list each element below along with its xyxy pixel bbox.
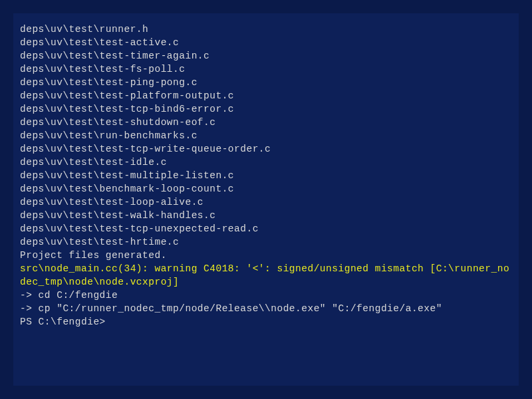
output-line: deps\uv\test\test-fs-poll.c (20, 63, 512, 76)
output-line: deps\uv\test\test-ping-pong.c (20, 76, 512, 89)
status-line: Project files generated. (20, 249, 512, 262)
output-line: deps\uv\test\test-tcp-bind6-error.c (20, 102, 512, 116)
output-line: deps\uv\test\benchmark-loop-count.c (20, 182, 512, 196)
output-line: deps\uv\test\test-shutdown-eof.c (20, 116, 512, 129)
prompt-prefix: PS C:\fengdie> (20, 317, 106, 327)
output-line: deps\uv\test\test-platform-output.c (20, 89, 512, 102)
output-line: deps\uv\test\test-timer-again.c (20, 49, 512, 63)
output-line: deps\uv\test\test-multiple-listen.c (20, 169, 512, 182)
command-echo-line: -> cp "C:/runner_nodec_tmp/node/Release\… (20, 302, 512, 315)
warning-line: src\node_main.cc(34): warning C4018: '<'… (20, 263, 509, 287)
powershell-terminal[interactable]: deps\uv\test\runner.h deps\uv\test\test-… (13, 13, 519, 386)
output-line: deps\uv\test\test-tcp-write-queue-order.… (20, 142, 512, 156)
command-echo-line: -> cd C:/fengdie (20, 289, 512, 302)
terminal-scrollback: deps\uv\test\runner.h deps\uv\test\test-… (20, 23, 512, 329)
output-line: deps\uv\test\run-benchmarks.c (20, 129, 512, 142)
output-line: deps\uv\test\test-walk-handles.c (20, 209, 512, 222)
output-line: deps\uv\test\test-hrtime.c (20, 235, 512, 249)
output-line: deps\uv\test\test-loop-alive.c (20, 196, 512, 209)
prompt-line[interactable]: PS C:\fengdie> (20, 317, 106, 327)
output-line: deps\uv\test\test-tcp-unexpected-read.c (20, 222, 512, 235)
output-line: deps\uv\test\test-active.c (20, 36, 512, 49)
output-line: deps\uv\test\runner.h (20, 23, 512, 36)
output-line: deps\uv\test\test-idle.c (20, 156, 512, 169)
